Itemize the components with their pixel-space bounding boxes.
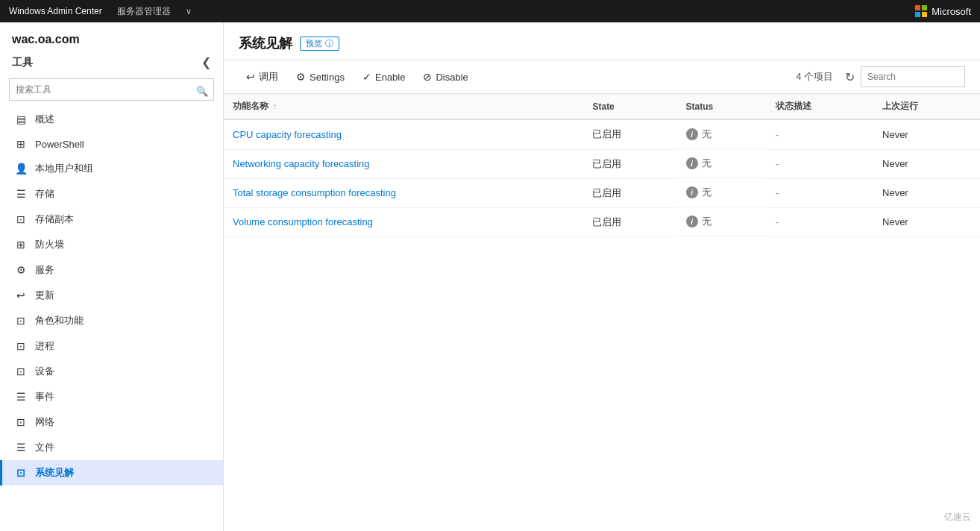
sidebar-item-label: 进程 bbox=[35, 339, 54, 353]
sidebar-item-system-insights[interactable]: ⊡ 系统见解 bbox=[0, 460, 223, 486]
sidebar-item-label: 更新 bbox=[35, 289, 54, 302]
roles-icon: ⊡ bbox=[14, 315, 28, 327]
disable-button[interactable]: ⊘ Disable bbox=[415, 67, 475, 87]
sidebar-item-firewall[interactable]: ⊞ 防火墙 bbox=[0, 232, 223, 257]
refresh-button[interactable]: ↻ bbox=[842, 67, 858, 87]
feature-name-cell: CPU capacity forecasting bbox=[224, 119, 583, 149]
server-dropdown-arrow[interactable]: ∨ bbox=[186, 7, 192, 16]
sidebar-item-updates[interactable]: ↩ 更新 bbox=[0, 283, 223, 308]
preview-info-icon[interactable]: ⓘ bbox=[325, 38, 333, 49]
devices-icon: ⊡ bbox=[14, 365, 28, 377]
app-title: Windows Admin Center bbox=[9, 6, 102, 16]
col-last-run: 上次运行 bbox=[873, 94, 980, 119]
status-info-icon: i bbox=[686, 186, 698, 198]
sidebar-item-storage[interactable]: ☰ 存储 bbox=[0, 181, 223, 207]
collapse-sidebar-button[interactable]: ❮ bbox=[201, 55, 211, 69]
sidebar-item-label: 系统见解 bbox=[35, 466, 74, 480]
sidebar-item-label: PowerShell bbox=[35, 139, 84, 150]
status-cell: i 无 bbox=[677, 207, 767, 236]
sidebar-item-label: 概述 bbox=[35, 113, 54, 126]
col-feature-name[interactable]: 功能名称 ↑ bbox=[224, 94, 583, 119]
processes-icon: ⊡ bbox=[14, 340, 28, 352]
sidebar-item-label: 网络 bbox=[35, 415, 54, 429]
table-row: Total storage consumption forecasting 已启… bbox=[224, 178, 980, 207]
disable-label: Disable bbox=[436, 72, 468, 83]
sidebar-nav: ▤ 概述 ⊞ PowerShell 👤 本地用户和组 ☰ 存储 ⊡ 存储副本 ⊞ bbox=[0, 107, 223, 531]
last-run-cell: Never bbox=[873, 207, 980, 236]
sidebar-item-powershell[interactable]: ⊞ PowerShell bbox=[0, 132, 223, 156]
powershell-icon: ⊞ bbox=[14, 138, 28, 150]
content-header: 系统见解 预览 ⓘ bbox=[224, 22, 980, 60]
col-status: Status bbox=[677, 94, 767, 119]
last-run-cell: Never bbox=[873, 149, 980, 178]
sidebar-item-label: 事件 bbox=[35, 390, 54, 403]
overview-icon: ▤ bbox=[14, 113, 28, 125]
status-text: 无 bbox=[702, 157, 712, 170]
feature-name-cell: Volume consumption forecasting bbox=[224, 207, 583, 236]
adjust-button[interactable]: ↩ 调用 bbox=[239, 66, 286, 87]
search-input[interactable] bbox=[9, 78, 214, 101]
sidebar-item-label: 防火墙 bbox=[35, 238, 64, 251]
sidebar-item-storage-replica[interactable]: ⊡ 存储副本 bbox=[0, 207, 223, 232]
sidebar: wac.oa.com 工具 ❮ 🔍 ▤ 概述 ⊞ PowerShell 👤 本地… bbox=[0, 22, 224, 531]
state-cell: 已启用 bbox=[583, 207, 676, 236]
watermark: 亿速云 bbox=[944, 511, 971, 524]
col-state: State bbox=[583, 94, 676, 119]
sidebar-item-devices[interactable]: ⊡ 设备 bbox=[0, 359, 223, 384]
sidebar-item-processes[interactable]: ⊡ 进程 bbox=[0, 333, 223, 359]
adjust-label: 调用 bbox=[259, 70, 278, 84]
sort-arrow-icon: ↑ bbox=[273, 102, 277, 110]
col-description: 状态描述 bbox=[767, 94, 873, 119]
search-icon: 🔍 bbox=[196, 86, 208, 97]
status-cell: i 无 bbox=[677, 178, 767, 207]
sidebar-item-roles[interactable]: ⊡ 角色和功能 bbox=[0, 308, 223, 333]
state-cell: 已启用 bbox=[583, 178, 676, 207]
sidebar-item-label: 设备 bbox=[35, 365, 54, 378]
feature-name-link[interactable]: Networking capacity forecasting bbox=[233, 158, 370, 169]
disable-icon: ⊘ bbox=[423, 71, 432, 83]
page-title: 系统见解 bbox=[239, 34, 292, 52]
sidebar-item-files[interactable]: ☰ 文件 bbox=[0, 435, 223, 460]
feature-name-link[interactable]: Volume consumption forecasting bbox=[233, 216, 373, 227]
sidebar-item-label: 角色和功能 bbox=[35, 314, 84, 327]
enable-button[interactable]: ✓ Enable bbox=[355, 67, 412, 87]
sidebar-item-label: 存储 bbox=[35, 187, 54, 201]
main-layout: wac.oa.com 工具 ❮ 🔍 ▤ 概述 ⊞ PowerShell 👤 本地… bbox=[0, 22, 980, 531]
microsoft-branding: Microsoft bbox=[915, 5, 971, 17]
status-text: 无 bbox=[702, 215, 712, 228]
insights-icon: ⊡ bbox=[14, 467, 28, 479]
storage-icon: ☰ bbox=[14, 188, 28, 200]
feature-name-link[interactable]: Total storage consumption forecasting bbox=[233, 187, 396, 198]
status-info-icon: i bbox=[686, 157, 698, 169]
sidebar-item-overview[interactable]: ▤ 概述 bbox=[0, 107, 223, 132]
sidebar-tools-header: 工具 ❮ bbox=[0, 52, 223, 75]
feature-name-link[interactable]: CPU capacity forecasting bbox=[233, 129, 342, 140]
description-cell: - bbox=[767, 178, 873, 207]
users-icon: 👤 bbox=[14, 163, 28, 175]
settings-button[interactable]: ⚙ Settings bbox=[289, 67, 352, 87]
settings-label: Settings bbox=[310, 72, 345, 83]
toolbar: ↩ 调用 ⚙ Settings ✓ Enable ⊘ Disable 4 个项目… bbox=[224, 60, 980, 94]
settings-icon: ⚙ bbox=[296, 71, 306, 83]
sidebar-item-events[interactable]: ☰ 事件 bbox=[0, 384, 223, 409]
files-icon: ☰ bbox=[14, 442, 28, 453]
preview-label: 预览 bbox=[306, 38, 322, 49]
status-text: 无 bbox=[702, 128, 712, 141]
sidebar-item-local-users[interactable]: 👤 本地用户和组 bbox=[0, 156, 223, 181]
content-area: 系统见解 预览 ⓘ ↩ 调用 ⚙ Settings ✓ Enable ⊘ Dis… bbox=[224, 22, 980, 531]
description-cell: - bbox=[767, 119, 873, 149]
sidebar-item-services[interactable]: ⚙ 服务 bbox=[0, 257, 223, 283]
last-run-cell: Never bbox=[873, 178, 980, 207]
storage-replica-icon: ⊡ bbox=[14, 213, 28, 225]
description-cell: - bbox=[767, 149, 873, 178]
table-search-input[interactable] bbox=[861, 66, 965, 87]
item-count: 4 个项目 bbox=[796, 70, 833, 84]
sidebar-item-networking[interactable]: ⊡ 网络 bbox=[0, 409, 223, 435]
events-icon: ☰ bbox=[14, 391, 28, 403]
sidebar-search-container: 🔍 bbox=[0, 75, 223, 107]
last-run-cell: Never bbox=[873, 119, 980, 149]
networking-icon: ⊡ bbox=[14, 416, 28, 428]
status-info-icon: i bbox=[686, 128, 698, 140]
adjust-icon: ↩ bbox=[246, 71, 255, 83]
sidebar-item-label: 存储副本 bbox=[35, 213, 74, 226]
